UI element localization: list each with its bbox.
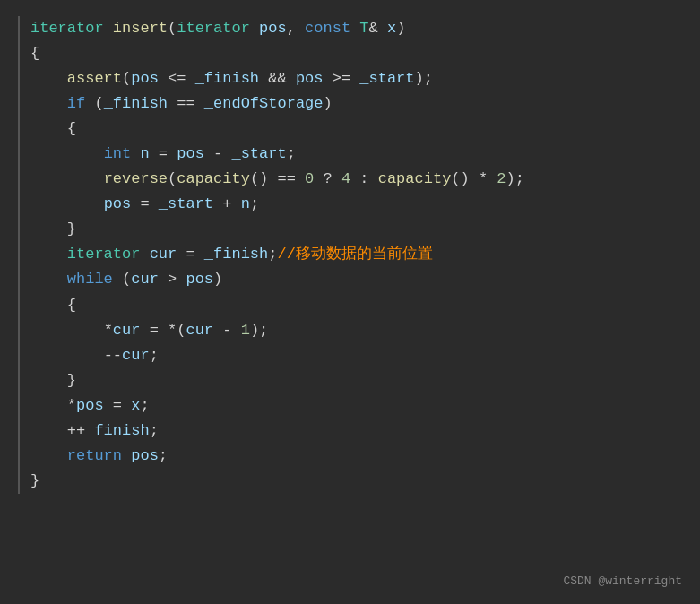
code-container: iterator insert(iterator pos, const T& x…	[0, 0, 700, 604]
code-block: iterator insert(iterator pos, const T& x…	[18, 16, 682, 494]
watermark: CSDN @winterright	[563, 573, 682, 591]
